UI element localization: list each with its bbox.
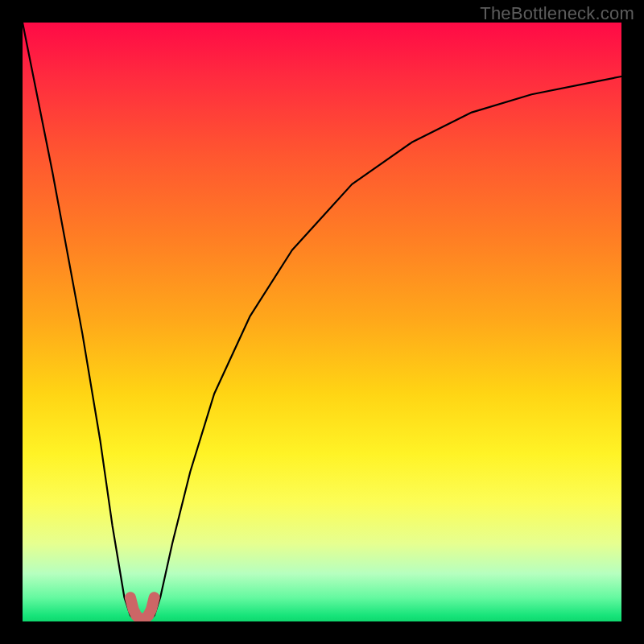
optimal-marker [130, 597, 155, 619]
chart-frame: TheBottleneck.com [0, 0, 644, 644]
bottleneck-curve [23, 23, 621, 621]
chart-svg [23, 23, 621, 621]
watermark-text: TheBottleneck.com [480, 3, 634, 24]
plot-area [23, 23, 621, 621]
